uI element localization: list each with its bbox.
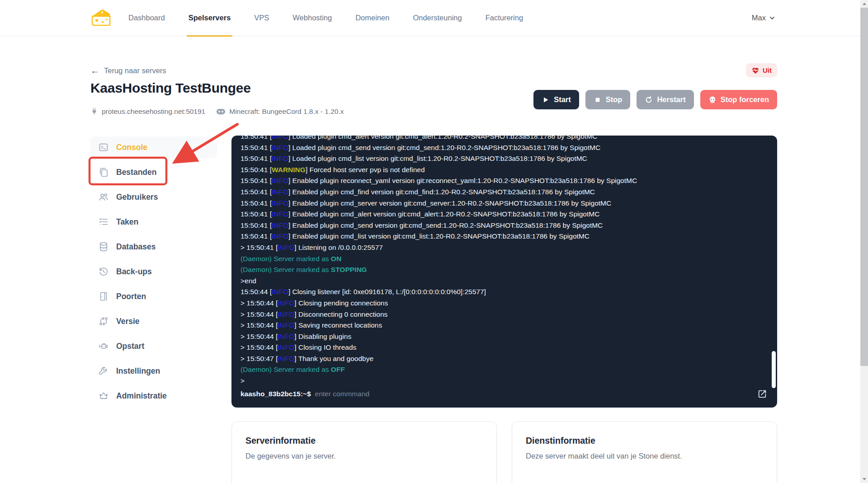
- status-badge: Uit: [746, 63, 777, 77]
- console-line: > 15:50:47 [INFO] Thank you and goodbye: [241, 353, 768, 365]
- sidebar-item-console[interactable]: Console: [90, 136, 217, 158]
- plug-icon: [90, 107, 98, 116]
- service-info-card: Dienstinformatie Deze server maakt deel …: [512, 421, 777, 483]
- button-label: Herstart: [657, 95, 685, 104]
- sidebar-item-label: Instellingen: [116, 366, 160, 376]
- stop-icon: [594, 96, 602, 104]
- sidebar-item-gebruikers[interactable]: Gebruikers: [90, 186, 217, 208]
- server-meta-row: proteus.cheesehosting.net:50191 Minecraf…: [90, 107, 344, 116]
- gamepad-icon: [216, 108, 226, 115]
- service-info-title: Dienstinformatie: [526, 436, 763, 446]
- service-info-subtitle: Deze server maakt deel uit van je Stone …: [526, 452, 763, 460]
- console-command-row: kaasho_83b2bc15:~$: [231, 387, 777, 408]
- button-label: Stop: [606, 95, 623, 104]
- version-icon: [98, 316, 109, 327]
- console-line: 15:50:41 [INFO] Enabled plugin reconnect…: [241, 175, 768, 187]
- back-to-servers-link[interactable]: ← Terug naar servers: [90, 66, 166, 75]
- server-action-buttons: StartStopHerstartStop forceren: [533, 90, 777, 109]
- nav-item-spelservers[interactable]: Spelservers: [189, 0, 231, 36]
- nav-item-domeinen[interactable]: Domeinen: [355, 0, 389, 36]
- chevron-down-icon: [769, 15, 775, 21]
- user-menu[interactable]: Max: [752, 14, 775, 22]
- heart-pulse-icon: [751, 67, 760, 74]
- console-line: 15:50:41 [INFO] Enabled plugin cmd_send …: [241, 220, 768, 231]
- engine-icon: [98, 341, 109, 352]
- sidebar-item-taken[interactable]: Taken: [90, 211, 217, 233]
- console-line: > 15:50:44 [INFO] Closing pending connec…: [241, 298, 768, 309]
- sidebar-item-label: Administratie: [116, 391, 167, 401]
- sidebar-item-back-ups[interactable]: Back-ups: [90, 261, 217, 282]
- server-address: proteus.cheesehosting.net:50191: [90, 107, 205, 116]
- console-line: >: [241, 375, 768, 387]
- nav-item-facturering[interactable]: Facturering: [486, 0, 523, 36]
- console-line: > 15:50:44 [INFO] Disabling plugins: [241, 331, 768, 342]
- sidebar-item-administratie[interactable]: Administratie: [90, 385, 217, 407]
- console-line: (Daemon) Server marked as STOPPING: [241, 264, 768, 276]
- sidebar-item-label: Back-ups: [116, 267, 152, 277]
- sidebar-item-bestanden[interactable]: Bestanden: [90, 161, 217, 183]
- console-line: (Daemon) Server marked as ON: [241, 253, 768, 265]
- console-line: 15:50:41 [INFO] Enabled plugin cmd_find …: [241, 187, 768, 198]
- console-line: 15:50:41 [INFO] Loaded plugin cmd_alert …: [241, 136, 768, 142]
- herstart-button[interactable]: Herstart: [637, 90, 693, 109]
- sidebar-item-label: Opstart: [116, 342, 144, 351]
- sidebar-item-label: Console: [116, 143, 147, 152]
- console-line: > 15:50:44 [INFO] Saving reconnect locat…: [241, 320, 768, 331]
- sidebar-item-label: Bestanden: [116, 168, 156, 177]
- cheese-logo-icon[interactable]: [90, 8, 111, 28]
- server-info-title: Serverinformatie: [245, 436, 483, 446]
- server-sidebar: ConsoleBestandenGebruikersTakenDatabases…: [90, 136, 217, 410]
- console-line: 15:50:41 [INFO] Loaded plugin cmd_send v…: [241, 142, 768, 154]
- sidebar-item-label: Poorten: [116, 292, 146, 301]
- user-name: Max: [752, 14, 766, 22]
- sidebar-item-label: Taken: [116, 217, 138, 227]
- server-info-card: Serverinformatie De gegevens van je serv…: [231, 421, 497, 483]
- stop-button[interactable]: Stop: [585, 90, 631, 109]
- console-scrollbar-thumb[interactable]: [772, 351, 776, 388]
- skull-icon: [708, 96, 717, 104]
- button-label: Start: [554, 95, 571, 104]
- status-badge-label: Uit: [763, 66, 772, 74]
- console-line: > 15:50:41 [INFO] Listening on /0.0.0.0:…: [241, 242, 768, 253]
- restart-icon: [645, 96, 653, 104]
- crown-icon: [98, 390, 109, 401]
- top-navigation-bar: DashboardSpelserversVPSWebhostingDomeine…: [0, 0, 860, 36]
- server-info-subtitle: De gegevens van je server.: [245, 452, 483, 460]
- sidebar-item-databases[interactable]: Databases: [90, 236, 217, 258]
- nav-item-vps[interactable]: VPS: [254, 0, 269, 36]
- server-platform: Minecraft: BungeeCord 1.8.x - 1.20.x: [216, 108, 344, 116]
- scroll-up-arrow-icon[interactable]: [860, 0, 868, 8]
- nav-item-ondersteuning[interactable]: Ondersteuning: [413, 0, 462, 36]
- tasks-icon: [98, 216, 109, 227]
- nav-item-webhosting[interactable]: Webhosting: [292, 0, 332, 36]
- database-icon: [98, 241, 109, 252]
- back-arrow-icon: ←: [90, 66, 99, 75]
- console-line: > 15:50:44 [INFO] Disconnecting 0 connec…: [241, 309, 768, 320]
- external-link-icon[interactable]: [757, 389, 767, 399]
- console-line: (Daemon) Server marked as OFF: [241, 364, 768, 375]
- sidebar-item-poorten[interactable]: Poorten: [90, 286, 217, 307]
- console-line: 15:50:41 [INFO] Enabled plugin cmd_serve…: [241, 198, 768, 209]
- main-nav: DashboardSpelserversVPSWebhostingDomeine…: [128, 0, 523, 36]
- sidebar-item-label: Databases: [116, 242, 156, 252]
- page-title: KaasHosting TestBungee: [90, 80, 251, 96]
- stop-forceren-button[interactable]: Stop forceren: [700, 90, 777, 109]
- sidebar-item-label: Gebruikers: [116, 192, 158, 202]
- files-icon: [98, 167, 109, 178]
- users-icon: [98, 192, 109, 202]
- command-input[interactable]: [315, 390, 753, 398]
- page-scrollbar[interactable]: [860, 0, 868, 483]
- history-icon: [98, 266, 109, 277]
- scroll-down-arrow-icon[interactable]: [860, 475, 868, 483]
- back-link-label: Terug naar servers: [104, 66, 166, 75]
- console-line: >end: [241, 276, 768, 287]
- nav-item-dashboard[interactable]: Dashboard: [128, 0, 165, 36]
- page-scrollbar-thumb[interactable]: [860, 8, 868, 366]
- door-icon: [98, 291, 109, 302]
- sidebar-item-opstart[interactable]: Opstart: [90, 335, 217, 357]
- sidebar-item-versie[interactable]: Versie: [90, 310, 217, 332]
- sidebar-item-instellingen[interactable]: Instellingen: [90, 360, 217, 382]
- start-button[interactable]: Start: [533, 90, 579, 109]
- console-prompt: kaasho_83b2bc15:~$: [241, 390, 311, 398]
- console-line: 15:50:41 [INFO] Loaded plugin cmd_list v…: [241, 153, 768, 164]
